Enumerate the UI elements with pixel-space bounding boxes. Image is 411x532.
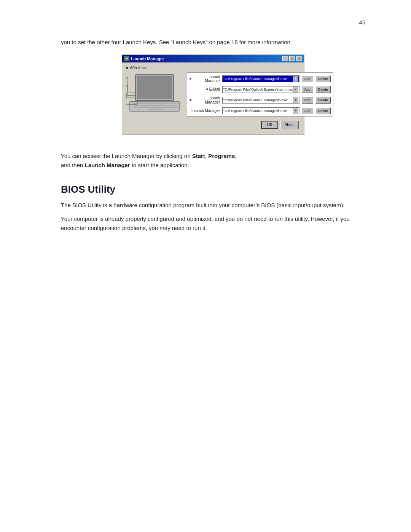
bios-para-2: Your computer is already properly config… xyxy=(61,214,365,233)
maximize-btn[interactable]: □ xyxy=(289,56,295,61)
ok-button[interactable]: OK xyxy=(261,121,278,129)
table-row: E-Mail "C:\Program Files\Outlook Express… xyxy=(190,86,331,93)
row-label: Launch Manager xyxy=(190,109,220,113)
dialog-title: Launch Manager xyxy=(131,56,164,61)
about-button[interactable]: About xyxy=(280,121,299,129)
dialog-screenshot: ✦ Launch Manager _ □ × Wireless xyxy=(61,54,365,144)
dialog-titlebar: ✦ Launch Manager _ □ × xyxy=(122,55,304,62)
close-btn[interactable]: × xyxy=(296,56,302,61)
laptop-image xyxy=(126,74,185,118)
add-button-3[interactable]: Add xyxy=(302,107,313,114)
svg-rect-1 xyxy=(137,76,172,99)
row-label: Launch Manager xyxy=(190,96,220,104)
row-dropdown[interactable]: "C:\Program Files\Launch Manager\ln.exe"… xyxy=(222,107,299,114)
svg-rect-5 xyxy=(133,107,177,108)
row-label: Launch Manager xyxy=(190,75,220,83)
dialog-icon: ✦ xyxy=(124,56,129,61)
wireless-bullet xyxy=(126,67,128,69)
intro-text: you to set the other four Launch Keys. S… xyxy=(61,38,365,47)
delete-button-0[interactable]: Delete xyxy=(315,75,331,82)
table-row: Launch Manager "C:\Program Files\Launch … xyxy=(190,107,331,114)
row-dropdown[interactable]: "C:\Program Files\Launch Manager\ln.exe"… xyxy=(222,75,299,82)
delete-button-3[interactable]: Delete xyxy=(315,107,331,114)
row-dropdown[interactable]: "C:\Program Files\Outlook Express\msimm.… xyxy=(222,86,299,93)
bios-heading: BIOS Utility xyxy=(61,184,365,195)
delete-button-1[interactable]: Delete xyxy=(315,86,331,93)
dialog-body: Wireless xyxy=(122,62,304,134)
dialog-footer: OK About xyxy=(126,118,300,131)
minimize-btn[interactable]: _ xyxy=(282,56,288,61)
row-dropdown[interactable]: "C:\Program Files\Launch Manager\ln.exe"… xyxy=(222,97,299,104)
svg-rect-6 xyxy=(147,109,162,110)
add-button-1[interactable]: Add xyxy=(302,86,313,93)
access-text: You can access the Launch Manager by cli… xyxy=(61,152,365,170)
bios-para-1: The BIOS Utility is a hardware configura… xyxy=(61,201,365,210)
page-number: 45 xyxy=(359,19,365,26)
row-label: E-Mail xyxy=(190,87,220,91)
wireless-label: Wireless xyxy=(126,66,300,70)
table-row: Launch Manager "C:\Program Files\Launch … xyxy=(190,96,331,104)
svg-rect-3 xyxy=(133,103,177,104)
delete-button-2[interactable]: Delete xyxy=(315,97,331,104)
titlebar-controls: _ □ × xyxy=(282,56,302,61)
table-row: Launch Manager "C:\Program Files\Launch … xyxy=(190,75,331,83)
add-button-0[interactable]: Add xyxy=(302,75,313,82)
svg-rect-4 xyxy=(133,105,177,106)
add-button-2[interactable]: Add xyxy=(302,97,313,104)
